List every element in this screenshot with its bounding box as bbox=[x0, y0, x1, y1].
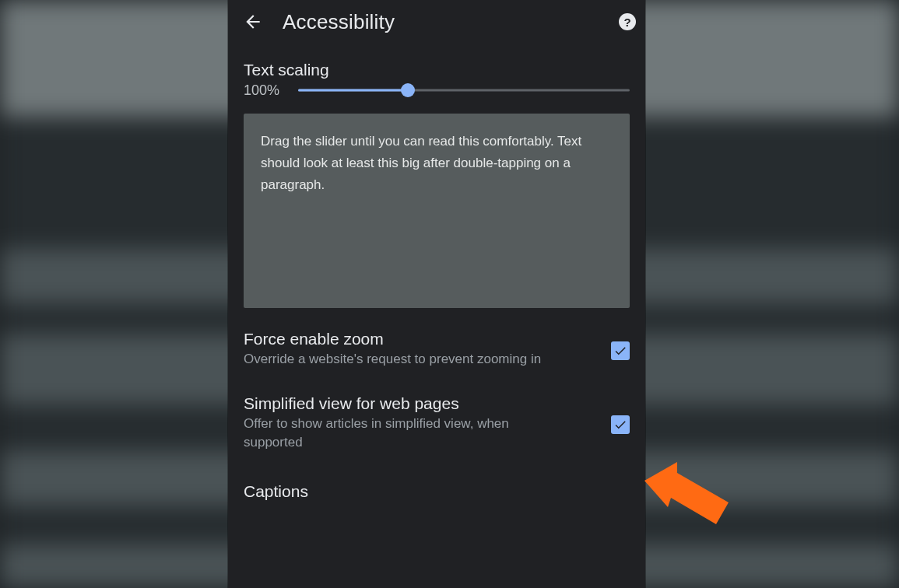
simplified-view-row[interactable]: Simplified view for web pages Offer to s… bbox=[244, 373, 630, 456]
slider-thumb[interactable] bbox=[401, 83, 415, 97]
check-icon bbox=[613, 344, 627, 358]
simplified-view-title: Simplified view for web pages bbox=[244, 394, 599, 413]
page-title: Accessibility bbox=[283, 10, 619, 34]
check-icon bbox=[613, 418, 627, 432]
text-scaling-value: 100% bbox=[244, 82, 284, 99]
text-scaling-preview: Drag the slider until you can read this … bbox=[244, 114, 630, 308]
force-enable-zoom-checkbox[interactable] bbox=[611, 341, 630, 360]
captions-row[interactable]: Captions bbox=[244, 456, 630, 501]
captions-title: Captions bbox=[244, 482, 630, 501]
text-scaling-label: Text scaling bbox=[244, 61, 630, 79]
help-icon: ? bbox=[623, 16, 630, 29]
arrow-back-icon bbox=[243, 12, 263, 32]
force-enable-zoom-subtitle: Override a website's request to prevent … bbox=[244, 350, 571, 369]
back-button[interactable] bbox=[237, 6, 269, 37]
text-scaling-slider[interactable] bbox=[298, 81, 630, 100]
top-app-bar: Accessibility ? bbox=[228, 0, 645, 44]
text-scaling-row: 100% bbox=[244, 81, 630, 100]
annotation-arrow-icon bbox=[643, 456, 736, 541]
force-enable-zoom-title: Force enable zoom bbox=[244, 330, 599, 348]
force-enable-zoom-row[interactable]: Force enable zoom Override a website's r… bbox=[244, 308, 630, 373]
slider-fill bbox=[298, 89, 408, 92]
svg-marker-0 bbox=[644, 462, 729, 524]
help-button[interactable]: ? bbox=[619, 13, 636, 30]
text-scaling-section: Text scaling 100% Drag the slider until … bbox=[244, 44, 630, 308]
settings-panel: Accessibility ? Text scaling 100% Drag t… bbox=[228, 0, 645, 588]
simplified-view-text: Simplified view for web pages Offer to s… bbox=[244, 394, 599, 453]
force-enable-zoom-text: Force enable zoom Override a website's r… bbox=[244, 330, 599, 369]
content-area: Text scaling 100% Drag the slider until … bbox=[228, 44, 645, 501]
simplified-view-checkbox[interactable] bbox=[611, 415, 630, 434]
simplified-view-subtitle: Offer to show articles in simplified vie… bbox=[244, 415, 571, 453]
